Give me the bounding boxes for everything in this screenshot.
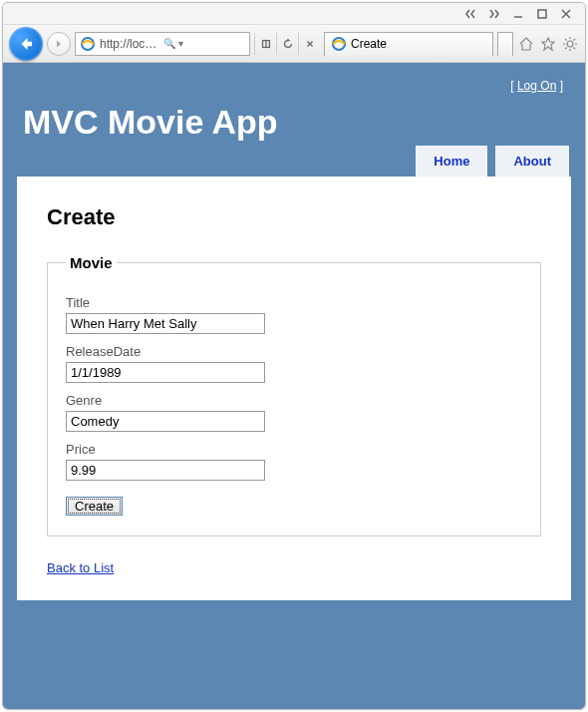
app-title: MVC Movie App bbox=[17, 103, 571, 146]
page-heading: Create bbox=[47, 204, 541, 230]
refresh-icon[interactable] bbox=[276, 33, 298, 55]
back-to-list-link[interactable]: Back to List bbox=[47, 560, 114, 575]
menu-home[interactable]: Home bbox=[416, 146, 487, 177]
back-link-row: Back to List bbox=[47, 558, 541, 576]
submit-row: Create bbox=[66, 497, 522, 516]
main-menu: Home About bbox=[17, 146, 571, 177]
field-releasedate: ReleaseDate bbox=[66, 344, 522, 383]
window-titlebar bbox=[3, 3, 585, 25]
back-button[interactable] bbox=[9, 27, 43, 61]
browser-right-controls bbox=[517, 35, 579, 53]
title-label: Title bbox=[66, 295, 522, 310]
releasedate-input[interactable] bbox=[66, 362, 265, 383]
page-viewport[interactable]: [ Log On ] MVC Movie App Home About Crea… bbox=[3, 63, 585, 709]
title-input[interactable] bbox=[66, 313, 265, 334]
log-on-link[interactable]: Log On bbox=[517, 79, 556, 93]
field-title: Title bbox=[66, 295, 522, 334]
price-label: Price bbox=[66, 442, 522, 457]
create-button[interactable]: Create bbox=[66, 497, 123, 516]
releasedate-label: ReleaseDate bbox=[66, 344, 522, 359]
movie-fieldset: Movie Title ReleaseDate Genre Price bbox=[47, 254, 541, 536]
maximize-icon[interactable] bbox=[533, 7, 551, 21]
tools-icon[interactable] bbox=[561, 35, 579, 53]
address-text[interactable]: http://loc… bbox=[100, 37, 159, 51]
genre-input[interactable] bbox=[66, 411, 265, 432]
login-strip: [ Log On ] bbox=[17, 75, 571, 103]
home-icon[interactable] bbox=[517, 35, 535, 53]
price-input[interactable] bbox=[66, 460, 265, 481]
toolbar-mini-buttons bbox=[254, 33, 320, 55]
minimize-icon[interactable] bbox=[509, 7, 527, 21]
content-card: Create Movie Title ReleaseDate Genre Pri… bbox=[17, 177, 571, 600]
browser-toolbar: http://loc… 🔍 ▾ Create bbox=[3, 25, 585, 63]
close-icon[interactable] bbox=[557, 7, 575, 21]
fieldset-legend: Movie bbox=[66, 254, 117, 271]
svg-point-10 bbox=[567, 41, 573, 47]
stop-icon[interactable] bbox=[298, 33, 320, 55]
ie-icon bbox=[331, 36, 347, 52]
tab-create[interactable]: Create bbox=[324, 32, 493, 56]
browser-window: http://loc… 🔍 ▾ Create [ Log On bbox=[2, 2, 586, 710]
forward-button[interactable] bbox=[47, 32, 71, 56]
favorites-icon[interactable] bbox=[539, 35, 557, 53]
svg-point-9 bbox=[333, 38, 345, 50]
tab-strip: Create bbox=[324, 32, 513, 56]
resize-left-icon[interactable] bbox=[461, 7, 479, 21]
search-dropdown-icon[interactable]: 🔍 ▾ bbox=[163, 38, 183, 49]
address-bar[interactable]: http://loc… 🔍 ▾ bbox=[75, 32, 250, 56]
new-tab-button[interactable] bbox=[497, 32, 513, 56]
compat-view-icon[interactable] bbox=[254, 33, 276, 55]
svg-rect-1 bbox=[538, 10, 546, 18]
field-price: Price bbox=[66, 442, 522, 481]
menu-about[interactable]: About bbox=[495, 146, 569, 177]
field-genre: Genre bbox=[66, 393, 522, 432]
svg-point-4 bbox=[82, 38, 94, 50]
resize-right-icon[interactable] bbox=[485, 7, 503, 21]
genre-label: Genre bbox=[66, 393, 522, 408]
tab-label: Create bbox=[351, 37, 387, 51]
ie-icon bbox=[80, 36, 96, 52]
